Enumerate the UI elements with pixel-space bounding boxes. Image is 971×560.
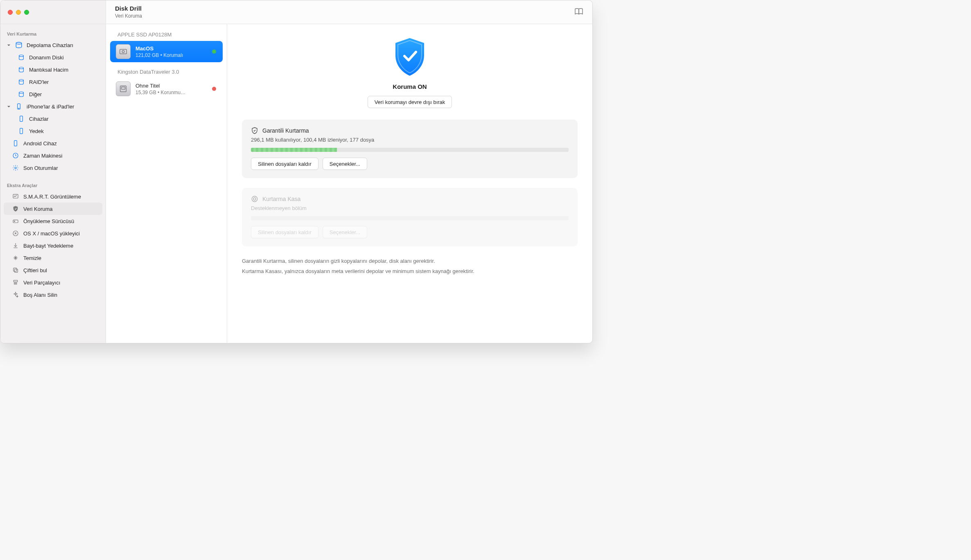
sidebar-item-backup[interactable]: Yedek	[4, 125, 102, 137]
sidebar-item-data-protection[interactable]: Veri Koruma	[4, 203, 102, 215]
sidebar-item-devices[interactable]: Cihazlar	[4, 113, 102, 125]
volume-title: Ohne Titel	[135, 83, 185, 89]
panel-title: Garantili Kurtarma	[262, 127, 309, 134]
sidebar-item-logical-volume[interactable]: Mantıksal Hacim	[4, 63, 102, 76]
shield-check-icon	[392, 36, 427, 77]
remove-deleted-button[interactable]: Silinen dosyaları kaldır	[251, 158, 318, 170]
sidebar-item-label: Önyükleme Sürücüsü	[23, 218, 74, 224]
usage-bar-fill	[251, 148, 337, 152]
protection-status: Koruma ON	[393, 83, 427, 90]
close-icon[interactable]	[8, 10, 13, 15]
sidebar-item-label: Temizle	[23, 255, 41, 261]
sidebar-item-label: Boş Alanı Silin	[23, 292, 57, 298]
sidebar-item-label: OS X / macOS yükleyici	[23, 230, 80, 237]
chart-icon	[12, 193, 19, 200]
drive-icon	[12, 217, 19, 225]
shield-outline-icon	[251, 127, 258, 134]
disk-icon	[18, 90, 25, 98]
options-button[interactable]: Seçenekler...	[323, 158, 367, 170]
app-subtitle: Veri Koruma	[115, 13, 142, 19]
detail-pane: Koruma ON Veri korumayı devre dışı bırak…	[227, 24, 592, 343]
sidebar-item-label: Cihazlar	[29, 116, 49, 122]
sidebar: Veri Kurtarma Depolama Cihazları Donanım…	[0, 24, 106, 343]
sidebar-item-label: S.M.A.R.T. Görüntüleme	[23, 194, 81, 200]
svg-rect-7	[20, 116, 23, 121]
sidebar-item-label: Bayt-bayt Yedekleme	[23, 243, 73, 249]
footnote-line: Kurtarma Kasası, yalnızca dosyaların met…	[242, 266, 578, 277]
disable-protection-button[interactable]: Veri korumayı devre dışı bırak	[368, 96, 452, 108]
sidebar-section-tools: Ekstra Araçlar	[4, 181, 102, 190]
panel-subtitle: Desteklenmeyen bölüm	[251, 205, 569, 211]
sidebar-item-label: Çiftleri bul	[23, 267, 47, 273]
traffic-lights	[0, 0, 106, 24]
svg-point-4	[19, 92, 24, 93]
maximize-icon[interactable]	[24, 10, 29, 15]
sidebar-item-boot-drive[interactable]: Önyükleme Sürücüsü	[4, 215, 102, 227]
sidebar-item-other[interactable]: Diğer	[4, 88, 102, 100]
help-book-icon[interactable]	[574, 8, 583, 16]
svg-rect-9	[14, 140, 17, 146]
volume-subtitle: 121,02 GB • Korumalı	[135, 52, 183, 58]
volume-icon	[116, 44, 131, 59]
volume-row-ohne-titel[interactable]: Ohne Titel 15,39 GB • Korunmu…	[110, 78, 223, 99]
disk-icon	[18, 78, 25, 86]
usage-bar	[251, 148, 569, 152]
sidebar-parent-iphones[interactable]: iPhone'lar & iPad'ler	[4, 100, 102, 113]
svg-rect-22	[121, 87, 125, 89]
sidebar-item-cleanup[interactable]: Temizle	[4, 252, 102, 264]
chevron-down-icon	[7, 105, 11, 108]
volume-row-macos[interactable]: MacOS 121,02 GB • Korumalı	[110, 41, 223, 62]
device-group-header: Kingston DataTraveler 3.0	[110, 65, 223, 78]
sparkle-icon	[12, 291, 19, 298]
svg-point-1	[19, 55, 24, 56]
clock-icon	[12, 152, 19, 159]
svg-point-3	[19, 79, 24, 81]
svg-point-2	[19, 67, 24, 69]
svg-point-20	[122, 50, 124, 53]
sidebar-item-timemachine[interactable]: Zaman Makinesi	[4, 149, 102, 162]
sidebar-item-android[interactable]: Android Cihaz	[4, 137, 102, 149]
sidebar-item-osx-installer[interactable]: OS X / macOS yükleyici	[4, 227, 102, 239]
app-window: Disk Drill Veri Koruma Veri Kurtarma	[0, 0, 593, 343]
protection-hero: Koruma ON Veri korumayı devre dışı bırak	[242, 36, 578, 108]
chevron-down-icon	[7, 43, 11, 47]
sparkle-icon	[12, 254, 19, 262]
sidebar-parent-storage[interactable]: Depolama Cihazları	[4, 39, 102, 51]
app-title: Disk Drill	[115, 5, 142, 12]
sidebar-item-label: RAID'ler	[29, 79, 49, 85]
sidebar-item-raid[interactable]: RAID'ler	[4, 76, 102, 88]
options-button: Seçenekler...	[323, 226, 367, 238]
titlebar-center: Disk Drill Veri Koruma	[106, 0, 592, 24]
panel-title: Kurtarma Kasa	[262, 196, 300, 202]
svg-rect-18	[14, 280, 17, 282]
volume-icon	[116, 81, 131, 96]
minimize-icon[interactable]	[16, 10, 21, 15]
sidebar-item-shredder[interactable]: Veri Parçalayıcı	[4, 276, 102, 289]
svg-rect-17	[14, 268, 17, 271]
download-icon	[12, 242, 19, 249]
sidebar-item-smart[interactable]: S.M.A.R.T. Görüntüleme	[4, 190, 102, 203]
phone-icon	[18, 115, 25, 122]
sidebar-item-sessions[interactable]: Son Oturumlar	[4, 162, 102, 174]
volume-title: MacOS	[135, 45, 183, 52]
sidebar-item-hardware-disk[interactable]: Donanım Diski	[4, 51, 102, 63]
shield-icon	[12, 205, 19, 212]
gear-icon	[12, 164, 19, 172]
titlebar: Disk Drill Veri Koruma	[0, 0, 592, 24]
shred-icon	[12, 279, 19, 286]
sidebar-item-erase-freespace[interactable]: Boş Alanı Silin	[4, 289, 102, 301]
svg-point-0	[16, 42, 22, 44]
sidebar-item-duplicates[interactable]: Çiftleri bul	[4, 264, 102, 276]
x-circle-icon	[12, 230, 19, 237]
usage-bar	[251, 216, 569, 220]
sidebar-item-label: Android Cihaz	[23, 140, 57, 147]
sidebar-parent-label: Depolama Cihazları	[27, 42, 73, 48]
sidebar-item-label: Veri Koruma	[23, 206, 53, 212]
sidebar-item-label: Diğer	[29, 91, 42, 97]
sidebar-item-label: Donanım Diski	[29, 54, 64, 61]
svg-point-24	[253, 198, 256, 200]
sidebar-item-byte-backup[interactable]: Bayt-bayt Yedekleme	[4, 239, 102, 252]
phone-icon	[12, 140, 19, 147]
device-group-header: APPLE SSD AP0128M	[110, 28, 223, 41]
vault-icon	[251, 195, 258, 203]
